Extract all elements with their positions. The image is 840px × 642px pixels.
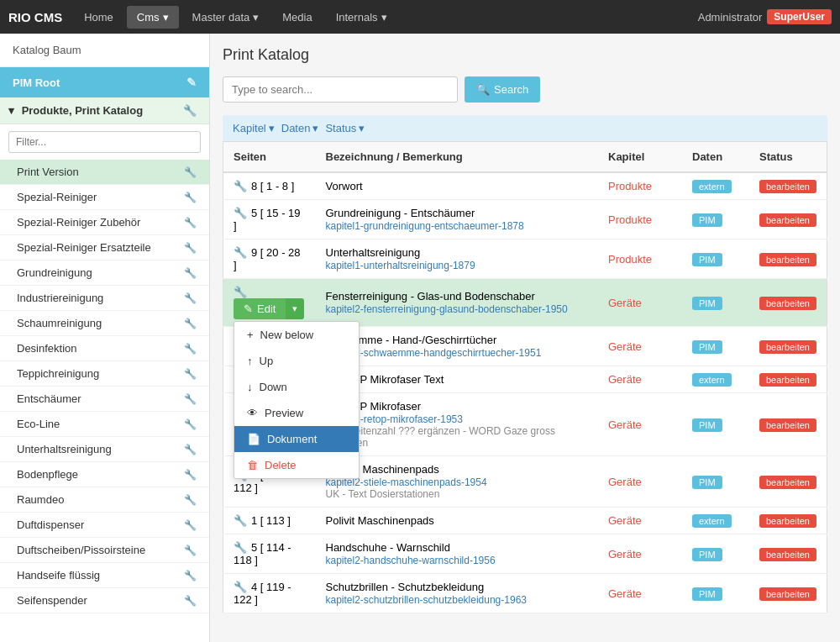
kapitel-value[interactable]: Geräte bbox=[608, 476, 642, 488]
sidebar-item-12[interactable]: Bodenpflege🔧 bbox=[0, 462, 209, 487]
kapitel-value[interactable]: Geräte bbox=[608, 297, 642, 309]
bezeichnung-link[interactable]: kapitel2-handschuhe-warnschild-1956 bbox=[326, 555, 496, 566]
sidebar-item-17[interactable]: Seifenspender🔧 bbox=[0, 588, 209, 613]
sidebar-item-11[interactable]: Unterhaltsreinigung🔧 bbox=[0, 437, 209, 462]
table-row: 🔧1 [ 113 ]Polivit MaschinenpadsGeräteext… bbox=[223, 508, 827, 534]
context-menu-item-0[interactable]: + New below bbox=[234, 322, 359, 348]
kapitel-value[interactable]: Geräte bbox=[608, 418, 642, 431]
search-icon: 🔍 bbox=[476, 83, 490, 96]
kapitel-value[interactable]: Geräte bbox=[608, 548, 642, 560]
nav-masterdata[interactable]: Master data ▾ bbox=[182, 6, 270, 29]
nav-home[interactable]: Home bbox=[74, 6, 123, 29]
context-menu-item-5[interactable]: 🗑 Delete bbox=[234, 452, 359, 478]
cell-kapitel: Geräte bbox=[598, 508, 682, 534]
status-badge[interactable]: bearbeiten bbox=[759, 253, 816, 266]
bezeichnung-link[interactable]: kapitel2-schutzbrillen-schutzbekleidung-… bbox=[326, 594, 527, 606]
cell-status: bearbeiten bbox=[749, 574, 827, 613]
wrench-icon: 🔧 bbox=[184, 444, 197, 455]
nav-cms[interactable]: Cms ▾ bbox=[127, 6, 179, 29]
wrench-icon: 🔧 bbox=[184, 318, 197, 329]
filter-kapitel[interactable]: Kapitel ▾ bbox=[233, 122, 275, 134]
chevron-down-icon: ▾ bbox=[269, 122, 275, 134]
sidebar-item-4[interactable]: Grundreinigung🔧 bbox=[0, 260, 209, 286]
bezeichnung-link[interactable]: kapitel1-grundreinigung-entschaeumer-187… bbox=[326, 220, 524, 232]
sidebar-item-label: Bodenpflege bbox=[17, 468, 78, 481]
context-menu-item-3[interactable]: 👁 Preview bbox=[234, 400, 359, 426]
tree-parent-item[interactable]: ▾ Produkte, Print Katalog 🔧 bbox=[0, 97, 209, 124]
wrench-icon: 🔧 bbox=[184, 469, 197, 481]
filter-input[interactable] bbox=[8, 131, 201, 153]
sidebar-item-8[interactable]: Teppichreinigung🔧 bbox=[0, 361, 209, 387]
status-badge[interactable]: bearbeiten bbox=[759, 297, 816, 310]
context-menu-item-1[interactable]: ↑ Up bbox=[234, 348, 359, 374]
filter-daten[interactable]: Daten ▾ bbox=[281, 122, 319, 134]
chevron-down-icon: ▾ bbox=[359, 122, 365, 134]
kapitel-value[interactable]: Produkte bbox=[608, 213, 652, 226]
wrench-icon: 🔧 bbox=[184, 368, 197, 380]
context-menu-item-2[interactable]: ↓ Down bbox=[234, 374, 359, 400]
status-badge[interactable]: bearbeiten bbox=[759, 373, 816, 387]
wrench-icon: 🔧 bbox=[184, 519, 197, 531]
kapitel-value[interactable]: Geräte bbox=[608, 340, 642, 353]
status-badge[interactable]: bearbeiten bbox=[759, 213, 816, 227]
bezeichnung-link[interactable]: kapitel2-fensterreinigung-glasund-bodens… bbox=[326, 303, 568, 315]
main-content: Print Katalog 🔍 Search Kapitel ▾ Daten ▾… bbox=[210, 34, 840, 642]
sidebar-item-label: Raumdeo bbox=[17, 493, 64, 506]
wrench-icon: 🔧 bbox=[234, 581, 247, 593]
cell-seiten: 🔧4 [ 119 - 122 ] bbox=[223, 574, 316, 613]
status-badge[interactable]: bearbeiten bbox=[759, 514, 816, 528]
nav-internals[interactable]: Internals ▾ bbox=[326, 6, 397, 29]
search-button[interactable]: 🔍 Search bbox=[465, 76, 540, 103]
cell-daten: extern bbox=[682, 172, 749, 200]
cell-kapitel: Geräte bbox=[598, 366, 682, 393]
sidebar-item-16[interactable]: Handseife flüssig🔧 bbox=[0, 563, 209, 588]
cell-bezeichnung: Unterhaltsreinigungkapitel1-unterhaltsre… bbox=[316, 239, 599, 279]
sidebar-item-7[interactable]: Desinfektion🔧 bbox=[0, 336, 209, 361]
sidebar-item-9[interactable]: Entschäumer🔧 bbox=[0, 387, 209, 412]
sidebar-item-1[interactable]: Spezial-Reiniger🔧 bbox=[0, 185, 209, 210]
kapitel-value[interactable]: Geräte bbox=[608, 587, 642, 600]
dropdown-toggle[interactable]: ▾ bbox=[286, 298, 304, 319]
menu-item-icon: + bbox=[247, 329, 254, 341]
sidebar-item-5[interactable]: Industriereinigung🔧 bbox=[0, 286, 209, 311]
sidebar-item-label: Unterhaltsreinigung bbox=[17, 443, 112, 455]
nav-media[interactable]: Media bbox=[272, 6, 322, 29]
cell-daten: extern bbox=[682, 508, 749, 534]
sidebar-item-label: Spezial-Reiniger bbox=[17, 191, 97, 203]
context-dropdown-menu: + New below ↑ Up ↓ Down bbox=[234, 321, 360, 479]
menu-item-icon: 👁 bbox=[247, 407, 258, 419]
filter-status[interactable]: Status ▾ bbox=[325, 122, 365, 134]
kapitel-value[interactable]: Geräte bbox=[608, 514, 642, 527]
sidebar-item-13[interactable]: Raumdeo🔧 bbox=[0, 487, 209, 513]
status-badge[interactable]: bearbeiten bbox=[759, 340, 816, 354]
status-badge[interactable]: bearbeiten bbox=[759, 418, 816, 432]
wrench-icon: 🔧 bbox=[184, 267, 197, 279]
status-badge[interactable]: bearbeiten bbox=[759, 180, 816, 193]
kapitel-value[interactable]: Produkte bbox=[608, 180, 652, 192]
sidebar-item-10[interactable]: Eco-Line🔧 bbox=[0, 412, 209, 437]
status-badge[interactable]: bearbeiten bbox=[759, 548, 816, 561]
edit-button[interactable]: ✎ Edit bbox=[234, 298, 286, 319]
cell-kapitel: Produkte bbox=[598, 200, 682, 239]
sidebar-item-14[interactable]: Duftdispenser🔧 bbox=[0, 513, 209, 538]
kapitel-value[interactable]: Produkte bbox=[608, 253, 652, 266]
cell-seiten: 🔧5 [ 15 - 19 ] bbox=[223, 200, 316, 239]
pim-root[interactable]: PIM Root ✎ bbox=[0, 67, 209, 97]
sidebar-item-6[interactable]: Schaumreinigung🔧 bbox=[0, 311, 209, 336]
daten-badge: PIM bbox=[692, 253, 722, 266]
search-input[interactable] bbox=[223, 76, 458, 103]
status-badge[interactable]: bearbeiten bbox=[759, 587, 816, 601]
bezeichnung-link[interactable]: kapitel1-unterhaltsreinigung-1879 bbox=[326, 260, 475, 271]
status-badge[interactable]: bearbeiten bbox=[759, 476, 816, 489]
context-menu-item-4[interactable]: 📄 Dokument bbox=[234, 426, 359, 452]
daten-badge: PIM bbox=[692, 587, 722, 601]
cell-status: bearbeiten bbox=[749, 366, 827, 393]
sidebar-item-2[interactable]: Spezial-Reiniger Zubehör🔧 bbox=[0, 210, 209, 235]
sidebar-item-3[interactable]: Spezial-Reiniger Ersatzteile🔧 bbox=[0, 235, 209, 260]
sidebar-item-15[interactable]: Duftscheiben/Pissoirsteine🔧 bbox=[0, 538, 209, 563]
data-table: Seiten Bezeichnung / Bemerkung Kapitel D… bbox=[223, 141, 827, 613]
cell-daten: PIM bbox=[682, 574, 749, 613]
daten-badge: PIM bbox=[692, 340, 722, 354]
kapitel-value[interactable]: Geräte bbox=[608, 373, 642, 386]
sidebar-item-0[interactable]: Print Version🔧 bbox=[0, 160, 209, 185]
